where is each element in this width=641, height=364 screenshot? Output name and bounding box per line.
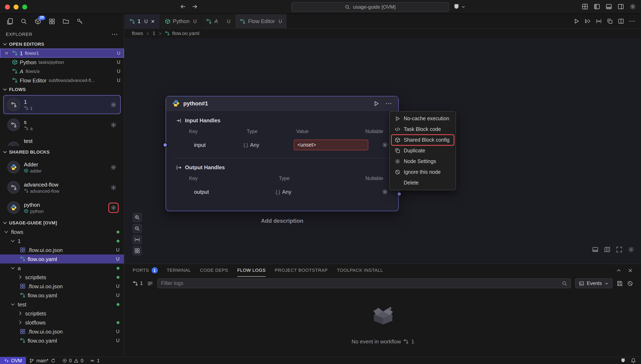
- panel-tab-code-deps[interactable]: CODE DEPS: [200, 264, 228, 277]
- log-list-icon[interactable]: [147, 280, 153, 286]
- flow-card[interactable]: test: [3, 136, 121, 146]
- tree-folder[interactable]: a: [0, 264, 124, 272]
- run-all-icon[interactable]: [584, 18, 591, 24]
- flow-card[interactable]: 1 1: [3, 95, 121, 114]
- handle-settings-gear-icon[interactable]: [382, 189, 388, 195]
- zoom-in-button[interactable]: [133, 213, 142, 222]
- panel-tab-ports[interactable]: PORTS 1: [133, 264, 158, 277]
- flow-canvas[interactable]: python#1 ··· Input Handles Key Type Valu…: [125, 38, 641, 264]
- toggle-panel-icon[interactable]: [605, 3, 612, 10]
- split-editor-icon[interactable]: [618, 18, 624, 24]
- forward-icon[interactable]: [192, 3, 198, 10]
- menu-item-task-block-code[interactable]: Task Block code: [391, 124, 454, 135]
- duplicate-icon[interactable]: [607, 18, 613, 24]
- close-panel-icon[interactable]: [627, 268, 633, 273]
- node-python-1[interactable]: python#1 ··· Input Handles Key Type Valu…: [166, 96, 399, 211]
- menu-item-shared-block-config[interactable]: Shared Block config: [391, 135, 454, 145]
- open-editors-header[interactable]: OPEN EDITORS: [0, 40, 124, 48]
- copilot-button[interactable]: [453, 3, 465, 10]
- run-flow-icon[interactable]: [573, 18, 580, 24]
- folder-view-button[interactable]: [61, 17, 70, 26]
- filter-logs-field[interactable]: [157, 278, 571, 288]
- tree-file[interactable]: flow.oo.yaml U: [0, 336, 124, 345]
- copilot-cat-icon[interactable]: [620, 358, 626, 363]
- tree-file[interactable]: .flow.ui.oo.json U: [0, 246, 124, 254]
- filter-logs-input[interactable]: [161, 280, 559, 286]
- open-editor-item[interactable]: A flows/a U: [0, 67, 124, 76]
- git-branch-indicator[interactable]: main*: [26, 357, 59, 364]
- canvas-settings-gear-icon[interactable]: [628, 246, 634, 253]
- menu-item-no-cache-execution[interactable]: No-cache execution: [391, 113, 454, 124]
- chevron-up-icon[interactable]: [616, 268, 622, 273]
- tab-python[interactable]: Python U: [160, 14, 202, 28]
- settings-gear-icon[interactable]: [629, 3, 636, 10]
- block-settings-gear-icon[interactable]: [110, 184, 117, 190]
- node-more-icon[interactable]: ···: [386, 100, 392, 106]
- shared-block-card[interactable]: python python: [3, 198, 121, 217]
- tree-folder[interactable]: scriptlets: [0, 272, 124, 282]
- toggle-secondary-sidebar-icon[interactable]: [617, 3, 624, 10]
- maximize-window-button[interactable]: [22, 4, 27, 10]
- tree-folder[interactable]: slotflows: [0, 318, 124, 327]
- node-header[interactable]: python#1 ···: [166, 96, 398, 111]
- toggle-sidebar-icon[interactable]: [594, 3, 600, 10]
- panel-tab-project-bootstrap[interactable]: PROJECT BOOTSTRAP: [275, 264, 328, 277]
- console-panel-icon[interactable]: [592, 246, 598, 253]
- files-view-button[interactable]: [5, 17, 14, 26]
- tree-file[interactable]: .flow.ui.oo.json U: [0, 327, 124, 336]
- tree-folder[interactable]: flows: [0, 227, 124, 236]
- zoom-out-button[interactable]: [133, 224, 142, 233]
- tab-flow-editor[interactable]: Flow Editor U: [235, 14, 287, 28]
- menu-item-ignore-node[interactable]: Ignore this node: [391, 167, 454, 178]
- problems-indicator[interactable]: 0 0: [59, 357, 87, 364]
- flow-card[interactable]: s a: [3, 115, 121, 134]
- close-window-button[interactable]: [5, 4, 10, 10]
- store-view-button[interactable]: 29: [33, 17, 42, 26]
- flow-settings-gear-icon[interactable]: [110, 122, 117, 128]
- input-port-dot[interactable]: [163, 142, 168, 148]
- tab-flow-1[interactable]: 1 U: [125, 14, 160, 28]
- forwarded-ports-indicator[interactable]: 1: [87, 357, 103, 364]
- flow-settings-gear-icon[interactable]: [110, 102, 117, 108]
- breadcrumb-item[interactable]: flows: [132, 30, 143, 36]
- tree-file[interactable]: .flow.ui.oo.json U: [0, 282, 124, 291]
- open-editor-item[interactable]: 1 flows/1 U: [0, 48, 124, 58]
- search-view-button[interactable]: [19, 17, 28, 26]
- breadcrumb-item[interactable]: 1: [153, 30, 155, 36]
- close-icon[interactable]: [150, 19, 155, 24]
- handle-type[interactable]: {.} Any: [276, 189, 291, 195]
- overview-button[interactable]: [133, 246, 142, 255]
- tree-file-selected[interactable]: flow.oo.yaml U: [0, 254, 124, 264]
- tree-file[interactable]: flow.oo.yaml U: [0, 291, 124, 300]
- run-node-icon[interactable]: [373, 100, 379, 106]
- shared-blocks-section-header[interactable]: SHARED BLOCKS: [0, 148, 124, 156]
- shared-block-card[interactable]: Adder adder: [3, 158, 121, 177]
- flows-section-header[interactable]: FLOWS: [0, 85, 124, 94]
- block-settings-gear-icon[interactable]: [110, 164, 117, 170]
- compare-icon[interactable]: [596, 18, 602, 24]
- explorer-more-icon[interactable]: ···: [112, 31, 118, 37]
- tree-folder[interactable]: scriptlets: [0, 309, 124, 318]
- tree-folder[interactable]: test: [0, 300, 124, 309]
- panel-tab-terminal[interactable]: TERMINAL: [167, 264, 191, 277]
- shared-block-card[interactable]: advanced-flow advanced-flow: [3, 178, 121, 197]
- menu-item-duplicate[interactable]: Duplicate: [391, 145, 454, 156]
- remote-indicator[interactable]: OVM: [0, 357, 26, 364]
- notifications-bell-icon[interactable]: [631, 358, 636, 363]
- events-dropdown[interactable]: Events: [575, 278, 612, 288]
- block-settings-gear-icon-highlighted[interactable]: [110, 204, 117, 210]
- open-editor-item[interactable]: Flow Editor subflows/advanced-fl... U: [0, 76, 124, 85]
- handle-value-unset[interactable]: <unset>: [294, 140, 368, 150]
- workspace-section-header[interactable]: USAGE-GUIDE [OVM]: [0, 218, 124, 227]
- tab-flow-a[interactable]: A U: [202, 14, 235, 28]
- clear-logs-icon[interactable]: [627, 280, 633, 286]
- menu-item-delete[interactable]: Delete: [391, 178, 454, 188]
- handle-type[interactable]: {.} Any: [243, 142, 259, 148]
- more-actions-icon[interactable]: ···: [629, 18, 636, 24]
- panel-tab-toolpack-install[interactable]: TOOLPACK INSTALL: [337, 264, 383, 277]
- extensions-view-button[interactable]: [47, 17, 56, 26]
- minimize-window-button[interactable]: [14, 4, 19, 10]
- tree-folder[interactable]: 1: [0, 236, 124, 246]
- secrets-view-button[interactable]: [75, 17, 84, 26]
- open-editor-item[interactable]: Python tasks/python U: [0, 58, 124, 67]
